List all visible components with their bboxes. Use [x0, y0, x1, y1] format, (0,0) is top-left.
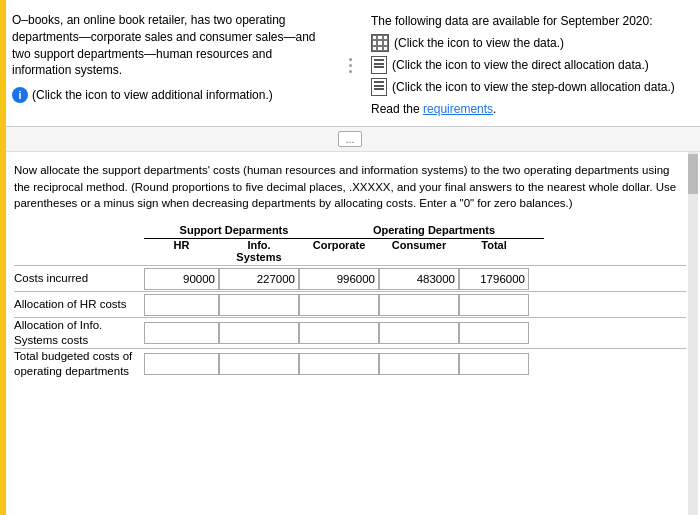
cell-total-costs[interactable] — [459, 268, 529, 290]
cell-hr-alloc-hr[interactable] — [144, 294, 219, 316]
cell-hr-alloc-info[interactable] — [219, 294, 299, 316]
info-icon[interactable]: i — [12, 87, 28, 103]
input-corp-costs[interactable] — [299, 268, 379, 290]
input-total-bud-hr[interactable] — [144, 353, 219, 375]
click-stepdown-label: (Click the icon to view the step-down al… — [392, 80, 675, 94]
input-info-alloc-corp[interactable] — [299, 322, 379, 344]
allocation-table: Support Deparments Operating Departments… — [14, 224, 686, 380]
input-total-bud-info[interactable] — [219, 353, 299, 375]
input-total-bud-cons[interactable] — [379, 353, 459, 375]
bottom-section: Now allocate the support departments' co… — [0, 152, 700, 515]
col-header-row: HR Info. Systems Corporate Consumer Tota… — [144, 239, 686, 263]
col-consumer-header: Consumer — [379, 239, 459, 263]
left-panel: O–books, an online book retailer, has tw… — [12, 12, 337, 118]
cell-info-costs[interactable] — [219, 268, 299, 290]
dept-header-row: Support Deparments Operating Departments — [144, 224, 686, 239]
cell-hr-costs[interactable] — [144, 268, 219, 290]
col-info-line1: Info. — [247, 239, 270, 251]
col-info-header: Info. Systems — [219, 239, 299, 263]
direct-alloc-icon[interactable] — [371, 56, 387, 74]
cell-info-alloc-cons[interactable] — [379, 322, 459, 344]
input-hr-alloc-total[interactable] — [459, 294, 529, 316]
divider-dot — [349, 58, 352, 61]
total-spacer — [544, 224, 614, 239]
support-dept-header: Support Deparments — [144, 224, 324, 239]
table-data-icon[interactable] — [371, 34, 389, 52]
table-row: Allocation of Info. Systems costs — [14, 317, 686, 348]
expand-bar[interactable]: ... — [0, 127, 700, 152]
input-hr-alloc-info[interactable] — [219, 294, 299, 316]
col-hr-header: HR — [144, 239, 219, 263]
cell-hr-alloc-total[interactable] — [459, 294, 529, 316]
cell-info-alloc-total[interactable] — [459, 322, 529, 344]
input-hr-alloc-hr[interactable] — [144, 294, 219, 316]
scrollbar-track[interactable] — [688, 152, 698, 515]
row-label-info-alloc: Allocation of Info. Systems costs — [14, 318, 144, 348]
divider-dot — [349, 64, 352, 67]
read-req-row: Read the requirements. — [371, 100, 688, 118]
cell-total-bud-corp[interactable] — [299, 353, 379, 375]
cell-info-alloc-corp[interactable] — [299, 322, 379, 344]
input-hr-alloc-cons[interactable] — [379, 294, 459, 316]
input-cons-costs[interactable] — [379, 268, 459, 290]
click-direct-label: (Click the icon to view the direct alloc… — [392, 58, 649, 72]
requirements-link[interactable]: requirements — [423, 102, 493, 116]
input-total-costs[interactable] — [459, 268, 529, 290]
direct-alloc-icon-row[interactable]: (Click the icon to view the direct alloc… — [371, 56, 688, 74]
row-label-costs-incurred: Costs incurred — [14, 271, 144, 286]
table-row: Total budgeted costs of operating depart… — [14, 348, 686, 380]
input-hr-costs[interactable] — [144, 268, 219, 290]
input-total-bud-total[interactable] — [459, 353, 529, 375]
cell-total-bud-info[interactable] — [219, 353, 299, 375]
cell-total-bud-cons[interactable] — [379, 353, 459, 375]
instructions-text: Now allocate the support departments' co… — [14, 162, 686, 212]
divider-dot — [349, 70, 352, 73]
top-section: O–books, an online book retailer, has tw… — [0, 0, 700, 127]
stepdown-icon-row[interactable]: (Click the icon to view the step-down al… — [371, 78, 688, 96]
operating-dept-header: Operating Departments — [324, 224, 544, 239]
input-info-alloc-info[interactable] — [219, 322, 299, 344]
col-corporate-header: Corporate — [299, 239, 379, 263]
main-container: O–books, an online book retailer, has tw… — [0, 0, 700, 515]
right-panel: The following data are available for Sep… — [363, 12, 688, 118]
info-click-label: (Click the icon to view additional infor… — [32, 88, 273, 102]
cell-info-alloc-hr[interactable] — [144, 322, 219, 344]
data-icon-row[interactable]: (Click the icon to view the data.) — [371, 34, 688, 52]
col-total-header: Total — [459, 239, 529, 263]
cell-info-alloc-info[interactable] — [219, 322, 299, 344]
info-link[interactable]: i (Click the icon to view additional inf… — [12, 87, 329, 103]
input-info-alloc-hr[interactable] — [144, 322, 219, 344]
input-total-bud-corp[interactable] — [299, 353, 379, 375]
vertical-divider — [347, 12, 353, 118]
cell-total-bud-hr[interactable] — [144, 353, 219, 375]
table-row: Costs incurred — [14, 265, 686, 291]
input-hr-alloc-corp[interactable] — [299, 294, 379, 316]
expand-button[interactable]: ... — [338, 131, 361, 147]
cell-hr-alloc-corp[interactable] — [299, 294, 379, 316]
click-data-label: (Click the icon to view the data.) — [394, 36, 564, 50]
scrollbar-thumb[interactable] — [688, 154, 698, 194]
input-info-costs[interactable] — [219, 268, 299, 290]
row-label-total-budgeted: Total budgeted costs of operating depart… — [14, 349, 144, 379]
input-info-alloc-total[interactable] — [459, 322, 529, 344]
input-info-alloc-cons[interactable] — [379, 322, 459, 344]
stepdown-icon[interactable] — [371, 78, 387, 96]
col-info-line2: Systems — [236, 251, 281, 263]
table-row: Allocation of HR costs — [14, 291, 686, 317]
intro-text: O–books, an online book retailer, has tw… — [12, 12, 329, 79]
cell-hr-alloc-cons[interactable] — [379, 294, 459, 316]
row-label-hr-alloc: Allocation of HR costs — [14, 297, 144, 312]
right-title: The following data are available for Sep… — [371, 12, 688, 30]
cell-corp-costs[interactable] — [299, 268, 379, 290]
read-req-text: Read the — [371, 102, 420, 116]
cell-total-bud-total[interactable] — [459, 353, 529, 375]
cell-cons-costs[interactable] — [379, 268, 459, 290]
